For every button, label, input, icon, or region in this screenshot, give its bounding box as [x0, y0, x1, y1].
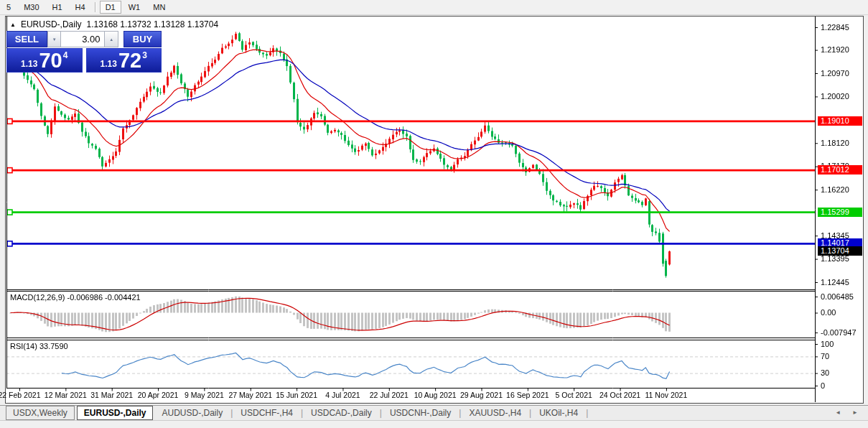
sell-price-big: 70: [39, 50, 62, 71]
tab-divider: |: [378, 408, 383, 418]
sell-price-pip: 4: [63, 50, 68, 60]
chart-symbol-label: EURUSD-,Daily: [21, 19, 82, 29]
buy-price-big: 72: [118, 50, 141, 71]
buy-price-box[interactable]: 1.13 72 3: [86, 48, 162, 73]
buy-price-pip: 3: [142, 50, 147, 60]
chart-title: ▲ EURUSD-,Daily 1.13168 1.13732 1.13128 …: [10, 19, 218, 29]
symbol-tab-usdcnh[interactable]: USDCNH-,Daily: [383, 406, 457, 419]
timeframe-button-mn[interactable]: MN: [147, 1, 171, 14]
window-collapse-icon[interactable]: ▲: [10, 22, 16, 28]
timeframe-button-h4[interactable]: H4: [70, 1, 91, 14]
tab-divider: |: [229, 408, 234, 418]
sell-price-prefix: 1.13: [21, 59, 37, 69]
tab-scroll-arrows: ◄ ►: [835, 409, 858, 416]
sell-button[interactable]: SELL: [6, 31, 47, 47]
timeframe-toolbar: 5M30H1H4D1W1MN: [0, 0, 868, 15]
timeframe-button-w1[interactable]: W1: [123, 1, 146, 14]
symbol-tab-ukoil[interactable]: UKOil-,H4: [533, 406, 584, 419]
symbol-tab-usdcad[interactable]: USDCAD-,Daily: [304, 406, 378, 419]
macd-indicator-label: MACD(12,26,9) -0.006986 -0.004421: [10, 293, 141, 302]
symbol-tab-usdx[interactable]: USDX,Weekly: [6, 406, 75, 420]
symbol-tab-usdchf[interactable]: USDCHF-,H4: [234, 406, 299, 419]
symbol-tab-audusd[interactable]: AUDUSD-,Daily: [155, 406, 229, 419]
volume-increase-button[interactable]: ▲: [104, 31, 118, 47]
trading-terminal: { "toolbar": { "timeframes": ["5", "M30"…: [0, 0, 868, 428]
price-chart-canvas[interactable]: [6, 17, 863, 403]
symbol-tab-xauusd[interactable]: XAUUSD-,H4: [462, 406, 528, 419]
volume-input[interactable]: [61, 31, 104, 47]
timeframe-button-5[interactable]: 5: [1, 1, 17, 14]
tab-scroll-left-icon[interactable]: ◄: [835, 409, 841, 416]
tab-scroll-right-icon[interactable]: ►: [852, 409, 858, 416]
buy-button[interactable]: BUY: [123, 31, 162, 47]
tab-divider: |: [528, 408, 533, 418]
toolbar-separator: [95, 2, 96, 12]
sell-price-box[interactable]: 1.13 70 4: [6, 48, 83, 73]
symbol-tab-strip: USDX,WeeklyEURUSD-,DailyAUDUSD-,Daily|US…: [0, 405, 868, 420]
timeframe-button-d1[interactable]: D1: [100, 1, 121, 14]
tab-divider: |: [584, 408, 589, 418]
timeframe-button-h1[interactable]: H1: [47, 1, 68, 14]
buy-price-prefix: 1.13: [101, 59, 117, 69]
chart-ohlc-values: 1.13168 1.13732 1.13128 1.13704: [87, 19, 219, 29]
tab-divider: |: [299, 408, 304, 418]
timeframe-button-m30[interactable]: M30: [18, 1, 45, 14]
symbol-tab-eurusd[interactable]: EURUSD-,Daily: [77, 406, 154, 420]
status-strip: [0, 420, 868, 428]
rsi-indicator-label: RSI(14) 33.7590: [10, 342, 68, 350]
chart-window: ▲ EURUSD-,Daily 1.13168 1.13732 1.13128 …: [5, 16, 864, 404]
tab-divider: |: [457, 408, 462, 418]
volume-decrease-button[interactable]: ▼: [47, 31, 62, 47]
one-click-trade-panel: SELL ▼ ▲ BUY 1.13 70 4 1.13 72 3: [6, 31, 162, 73]
